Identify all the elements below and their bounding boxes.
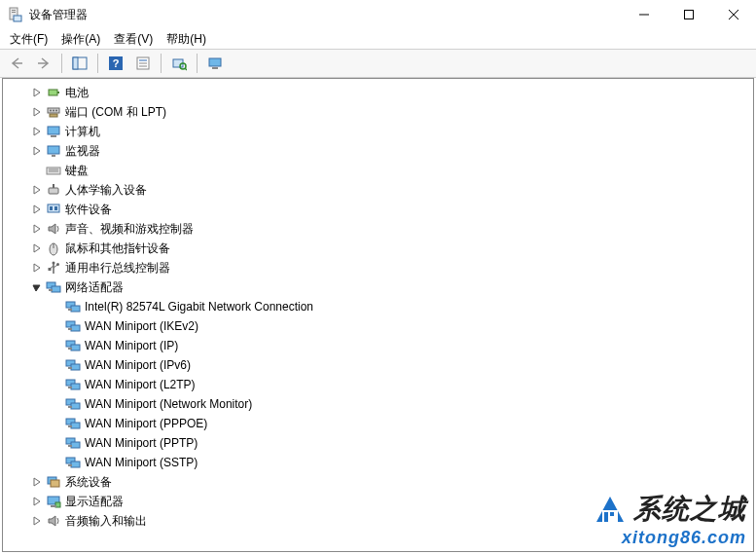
expander-none [50, 300, 63, 314]
svg-rect-1 [12, 10, 16, 11]
svg-rect-56 [68, 328, 72, 330]
menu-help[interactable]: 帮助(H) [161, 30, 212, 49]
chevron-right-icon[interactable] [30, 203, 44, 216]
indent [3, 287, 30, 288]
forward-button[interactable] [31, 52, 56, 75]
indent [3, 268, 30, 269]
tree-node[interactable]: 电池 [3, 83, 753, 102]
tree-node[interactable]: 人体学输入设备 [3, 180, 753, 200]
tree-node[interactable]: WAN Miniport (Network Monitor) [3, 394, 753, 414]
expander-none [50, 339, 63, 352]
tree-node[interactable]: WAN Miniport (IP) [3, 336, 753, 355]
chevron-right-icon[interactable] [30, 183, 44, 197]
tree-node-label: WAN Miniport (PPTP) [85, 436, 198, 450]
chevron-right-icon[interactable] [30, 144, 44, 158]
tree-node[interactable]: 系统设备 [3, 472, 753, 492]
svg-rect-9 [73, 57, 78, 69]
tree-node[interactable]: 监视器 [3, 141, 753, 161]
chevron-down-icon[interactable] [30, 280, 44, 294]
indent [3, 346, 50, 347]
indent [3, 482, 30, 483]
tree-node[interactable]: WAN Miniport (IPv6) [3, 355, 753, 375]
tree-node[interactable]: 键盘 [3, 161, 753, 180]
indent [3, 424, 50, 425]
hid-icon [46, 182, 61, 198]
indent [3, 404, 50, 405]
tree-node-label: 通用串行总线控制器 [65, 260, 170, 277]
tree-node[interactable]: 声音、视频和游戏控制器 [3, 219, 753, 239]
chevron-right-icon[interactable] [30, 222, 44, 236]
monitor-button[interactable] [202, 52, 228, 75]
help-icon: ? [108, 55, 124, 71]
network-icon [65, 357, 81, 373]
tree-node[interactable]: WAN Miniport (PPTP) [3, 433, 753, 453]
tree-node[interactable]: WAN Miniport (IKEv2) [3, 316, 753, 336]
tree-node[interactable]: 显示适配器 [3, 492, 753, 511]
help-button[interactable]: ? [103, 52, 128, 75]
tree-node-label: WAN Miniport (PPPOE) [85, 417, 207, 430]
window-controls [622, 0, 756, 29]
tree-node-label: 鼠标和其他指针设备 [65, 240, 170, 257]
tree-node[interactable]: 计算机 [3, 122, 753, 141]
chevron-right-icon[interactable] [30, 241, 44, 255]
menu-action[interactable]: 操作(A) [55, 30, 106, 49]
svg-rect-38 [50, 206, 53, 210]
svg-rect-50 [49, 289, 53, 291]
network-icon [46, 279, 61, 295]
chevron-right-icon[interactable] [30, 514, 44, 528]
tree-node[interactable]: WAN Miniport (PPPOE) [3, 414, 753, 433]
maximize-button[interactable] [666, 0, 711, 29]
tree-node[interactable]: WAN Miniport (SSTP) [3, 453, 753, 472]
tree-node-label: 端口 (COM 和 LPT) [65, 104, 166, 121]
indent [3, 443, 50, 444]
scan-hardware-button[interactable] [166, 52, 192, 75]
tree-node-label: 网络适配器 [65, 279, 124, 296]
toolbar-separator [197, 54, 198, 73]
chevron-right-icon[interactable] [30, 86, 44, 99]
indent [3, 190, 30, 191]
svg-rect-65 [68, 387, 72, 388]
tree-node[interactable]: 网络适配器 [3, 277, 753, 297]
tree-node[interactable]: 软件设备 [3, 200, 753, 219]
tree-node[interactable]: 通用串行总线控制器 [3, 258, 753, 277]
chevron-right-icon[interactable] [30, 261, 44, 275]
tree-node[interactable]: 端口 (COM 和 LPT) [3, 102, 753, 122]
tree-node-label: 系统设备 [65, 474, 112, 491]
device-tree[interactable]: 电池端口 (COM 和 LPT)计算机监视器键盘人体学输入设备软件设备声音、视频… [2, 78, 754, 552]
tree-node[interactable]: 鼠标和其他指针设备 [3, 239, 753, 258]
chevron-right-icon[interactable] [30, 105, 44, 119]
svg-rect-30 [48, 146, 59, 154]
tree-node[interactable]: WAN Miniport (L2TP) [3, 375, 753, 394]
app-icon [8, 7, 23, 22]
tree-node-label: 监视器 [65, 143, 100, 160]
indent [3, 229, 30, 230]
svg-rect-27 [50, 114, 57, 117]
audio-icon [46, 513, 61, 529]
tree-node-label: WAN Miniport (IP) [85, 339, 178, 352]
chevron-right-icon[interactable] [30, 495, 44, 508]
system-icon [46, 474, 61, 490]
tree-node[interactable]: 音频输入和输出 [3, 511, 753, 531]
menu-file[interactable]: 文件(F) [4, 30, 54, 49]
monitor-icon [46, 143, 61, 159]
tree-node[interactable]: Intel(R) 82574L Gigabit Network Connecti… [3, 297, 753, 316]
window-title: 设备管理器 [29, 7, 88, 23]
back-button[interactable] [4, 52, 29, 75]
expander-none [50, 378, 63, 391]
toolbar-separator [161, 54, 162, 73]
svg-rect-3 [14, 16, 21, 21]
menu-view[interactable]: 查看(V) [108, 30, 159, 49]
indent [3, 112, 30, 113]
display-icon [46, 494, 61, 509]
svg-text:?: ? [113, 57, 120, 69]
tree-node-label: 计算机 [65, 124, 100, 140]
chevron-right-icon[interactable] [30, 475, 44, 489]
tree-node-label: 音频输入和输出 [65, 513, 147, 530]
minimize-button[interactable] [622, 0, 666, 29]
show-hide-tree-button[interactable] [67, 52, 92, 75]
chevron-right-icon[interactable] [30, 125, 44, 138]
indent [3, 151, 30, 152]
properties-button[interactable] [130, 52, 156, 75]
close-button[interactable] [711, 0, 756, 29]
tree-node-label: WAN Miniport (IKEv2) [85, 319, 198, 333]
